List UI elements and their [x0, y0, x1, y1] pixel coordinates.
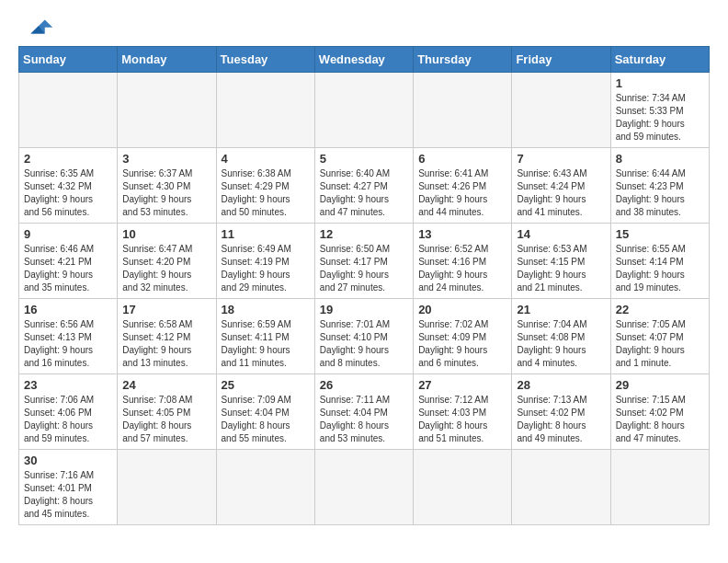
day-info: Sunrise: 6:58 AM Sunset: 4:12 PM Dayligh…: [122, 318, 210, 370]
day-number: 29: [616, 378, 704, 392]
day-info: Sunrise: 7:08 AM Sunset: 4:05 PM Dayligh…: [122, 394, 210, 445]
calendar-cell: 8Sunrise: 6:44 AM Sunset: 4:23 PM Daylig…: [610, 148, 709, 224]
day-number: 10: [122, 227, 210, 241]
day-info: Sunrise: 6:59 AM Sunset: 4:11 PM Dayligh…: [222, 318, 310, 370]
calendar-cell: 22Sunrise: 7:05 AM Sunset: 4:07 PM Dayli…: [610, 299, 709, 374]
calendar-row: 9Sunrise: 6:46 AM Sunset: 4:21 PM Daylig…: [19, 224, 710, 299]
calendar-cell: [512, 450, 610, 525]
day-info: Sunrise: 6:35 AM Sunset: 4:32 PM Dayligh…: [24, 167, 112, 219]
day-number: 3: [122, 152, 210, 166]
calendar-cell: 5Sunrise: 6:40 AM Sunset: 4:27 PM Daylig…: [314, 148, 413, 224]
calendar-cell: [118, 450, 216, 525]
day-number: 2: [24, 152, 112, 166]
calendar-cell: [610, 450, 709, 525]
calendar-cell: 4Sunrise: 6:38 AM Sunset: 4:29 PM Daylig…: [216, 148, 314, 224]
calendar-cell: 17Sunrise: 6:58 AM Sunset: 4:12 PM Dayli…: [118, 299, 216, 374]
calendar-cell: 27Sunrise: 7:12 AM Sunset: 4:03 PM Dayli…: [414, 374, 512, 450]
header-friday: Friday: [512, 47, 610, 73]
day-info: Sunrise: 7:12 AM Sunset: 4:03 PM Dayligh…: [418, 394, 506, 445]
calendar-cell: 11Sunrise: 6:49 AM Sunset: 4:19 PM Dayli…: [216, 224, 314, 299]
header-monday: Monday: [118, 47, 216, 73]
day-info: Sunrise: 7:01 AM Sunset: 4:10 PM Dayligh…: [320, 318, 408, 370]
calendar-row: 30Sunrise: 7:16 AM Sunset: 4:01 PM Dayli…: [19, 450, 710, 525]
day-info: Sunrise: 6:37 AM Sunset: 4:30 PM Dayligh…: [122, 167, 210, 219]
calendar-cell: 15Sunrise: 6:55 AM Sunset: 4:14 PM Dayli…: [610, 224, 709, 299]
calendar-cell: [216, 450, 314, 525]
calendar-cell: 21Sunrise: 7:04 AM Sunset: 4:08 PM Dayli…: [512, 299, 610, 374]
day-number: 17: [122, 303, 210, 316]
calendar-cell: 25Sunrise: 7:09 AM Sunset: 4:04 PM Dayli…: [216, 374, 314, 450]
calendar: Sunday Monday Tuesday Wednesday Thursday…: [18, 46, 710, 525]
header-saturday: Saturday: [610, 47, 709, 73]
day-info: Sunrise: 6:46 AM Sunset: 4:21 PM Dayligh…: [24, 243, 112, 294]
header: [18, 15, 710, 37]
day-info: Sunrise: 6:41 AM Sunset: 4:26 PM Dayligh…: [418, 167, 506, 219]
calendar-cell: [118, 73, 216, 148]
day-number: 24: [122, 378, 210, 392]
day-info: Sunrise: 6:47 AM Sunset: 4:20 PM Dayligh…: [122, 243, 210, 294]
calendar-cell: [512, 73, 610, 148]
day-info: Sunrise: 7:11 AM Sunset: 4:04 PM Dayligh…: [320, 394, 408, 445]
day-number: 9: [24, 227, 112, 241]
calendar-cell: 10Sunrise: 6:47 AM Sunset: 4:20 PM Dayli…: [118, 224, 216, 299]
day-info: Sunrise: 7:15 AM Sunset: 4:02 PM Dayligh…: [616, 394, 704, 445]
day-info: Sunrise: 6:49 AM Sunset: 4:19 PM Dayligh…: [222, 243, 310, 294]
day-number: 12: [320, 227, 408, 241]
day-number: 5: [320, 152, 408, 166]
calendar-cell: [314, 73, 413, 148]
calendar-cell: 9Sunrise: 6:46 AM Sunset: 4:21 PM Daylig…: [19, 224, 118, 299]
day-info: Sunrise: 7:09 AM Sunset: 4:04 PM Dayligh…: [222, 394, 310, 445]
calendar-cell: 2Sunrise: 6:35 AM Sunset: 4:32 PM Daylig…: [19, 148, 118, 224]
calendar-row: 1Sunrise: 7:34 AM Sunset: 5:33 PM Daylig…: [19, 73, 710, 148]
header-wednesday: Wednesday: [314, 47, 413, 73]
calendar-cell: 3Sunrise: 6:37 AM Sunset: 4:30 PM Daylig…: [118, 148, 216, 224]
day-number: 28: [517, 378, 605, 392]
calendar-cell: 30Sunrise: 7:16 AM Sunset: 4:01 PM Dayli…: [19, 450, 118, 525]
calendar-cell: 16Sunrise: 6:56 AM Sunset: 4:13 PM Dayli…: [19, 299, 118, 374]
day-number: 4: [222, 152, 310, 166]
day-number: 23: [24, 378, 112, 392]
day-number: 20: [418, 303, 506, 316]
calendar-cell: 18Sunrise: 6:59 AM Sunset: 4:11 PM Dayli…: [216, 299, 314, 374]
calendar-row: 23Sunrise: 7:06 AM Sunset: 4:06 PM Dayli…: [19, 374, 710, 450]
day-number: 13: [418, 227, 506, 241]
day-info: Sunrise: 7:13 AM Sunset: 4:02 PM Dayligh…: [517, 394, 605, 445]
day-number: 18: [222, 303, 310, 316]
calendar-cell: [414, 73, 512, 148]
day-info: Sunrise: 6:43 AM Sunset: 4:24 PM Dayligh…: [517, 167, 605, 219]
calendar-row: 16Sunrise: 6:56 AM Sunset: 4:13 PM Dayli…: [19, 299, 710, 374]
day-number: 16: [24, 303, 112, 316]
day-number: 22: [616, 303, 704, 316]
calendar-cell: 14Sunrise: 6:53 AM Sunset: 4:15 PM Dayli…: [512, 224, 610, 299]
day-info: Sunrise: 7:04 AM Sunset: 4:08 PM Dayligh…: [517, 318, 605, 370]
calendar-cell: 1Sunrise: 7:34 AM Sunset: 5:33 PM Daylig…: [610, 73, 709, 148]
calendar-cell: 24Sunrise: 7:08 AM Sunset: 4:05 PM Dayli…: [118, 374, 216, 450]
day-number: 30: [24, 454, 112, 467]
day-info: Sunrise: 6:52 AM Sunset: 4:16 PM Dayligh…: [418, 243, 506, 294]
calendar-cell: 12Sunrise: 6:50 AM Sunset: 4:17 PM Dayli…: [314, 224, 413, 299]
day-number: 26: [320, 378, 408, 392]
day-info: Sunrise: 7:34 AM Sunset: 5:33 PM Dayligh…: [616, 92, 704, 144]
logo-icon: [22, 17, 55, 37]
calendar-row: 2Sunrise: 6:35 AM Sunset: 4:32 PM Daylig…: [19, 148, 710, 224]
day-number: 27: [418, 378, 506, 392]
header-sunday: Sunday: [19, 47, 118, 73]
calendar-cell: 26Sunrise: 7:11 AM Sunset: 4:04 PM Dayli…: [314, 374, 413, 450]
day-number: 21: [517, 303, 605, 316]
day-info: Sunrise: 7:06 AM Sunset: 4:06 PM Dayligh…: [24, 394, 112, 445]
calendar-cell: 28Sunrise: 7:13 AM Sunset: 4:02 PM Dayli…: [512, 374, 610, 450]
calendar-cell: 13Sunrise: 6:52 AM Sunset: 4:16 PM Dayli…: [414, 224, 512, 299]
day-info: Sunrise: 6:50 AM Sunset: 4:17 PM Dayligh…: [320, 243, 408, 294]
day-number: 15: [616, 227, 704, 241]
calendar-cell: 29Sunrise: 7:15 AM Sunset: 4:02 PM Dayli…: [610, 374, 709, 450]
day-info: Sunrise: 7:02 AM Sunset: 4:09 PM Dayligh…: [418, 318, 506, 370]
day-number: 19: [320, 303, 408, 316]
day-info: Sunrise: 6:40 AM Sunset: 4:27 PM Dayligh…: [320, 167, 408, 219]
day-info: Sunrise: 7:05 AM Sunset: 4:07 PM Dayligh…: [616, 318, 704, 370]
day-header-row: Sunday Monday Tuesday Wednesday Thursday…: [19, 47, 710, 73]
header-thursday: Thursday: [414, 47, 512, 73]
calendar-cell: [414, 450, 512, 525]
day-number: 14: [517, 227, 605, 241]
day-number: 1: [616, 76, 704, 90]
calendar-cell: 20Sunrise: 7:02 AM Sunset: 4:09 PM Dayli…: [414, 299, 512, 374]
